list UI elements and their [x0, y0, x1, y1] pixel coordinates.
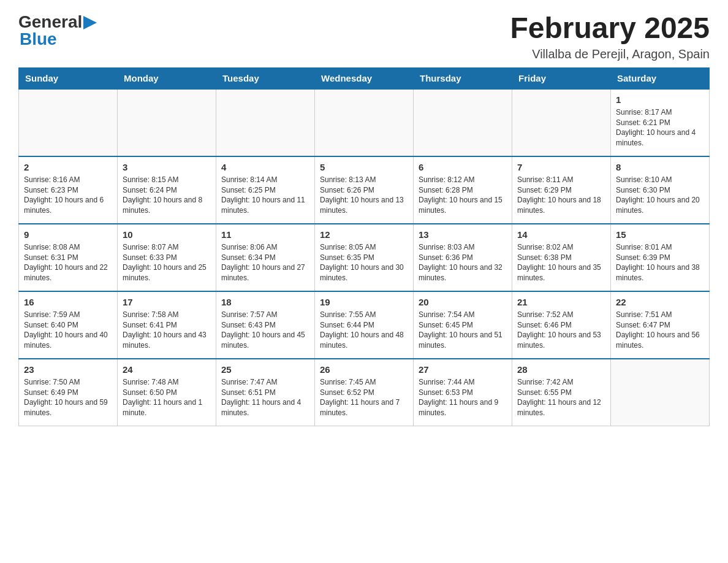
day-info: Sunrise: 7:48 AM [123, 377, 211, 388]
day-info: Daylight: 10 hours and 8 minutes. [123, 195, 211, 216]
day-number: 1 [616, 93, 704, 106]
calendar-cell [315, 89, 414, 156]
calendar-cell [216, 89, 315, 156]
day-info: Sunset: 6:55 PM [517, 388, 605, 398]
calendar-cell: 23Sunrise: 7:50 AMSunset: 6:49 PMDayligh… [19, 359, 118, 426]
day-info: Sunrise: 7:50 AM [24, 377, 112, 388]
calendar-cell: 25Sunrise: 7:47 AMSunset: 6:51 PMDayligh… [216, 359, 315, 426]
day-info: Sunrise: 8:16 AM [24, 175, 112, 185]
calendar-cell: 13Sunrise: 8:03 AMSunset: 6:36 PMDayligh… [414, 224, 512, 291]
day-info: Sunrise: 8:02 AM [517, 242, 605, 253]
day-info: Sunrise: 7:44 AM [419, 377, 507, 388]
day-info: Sunset: 6:47 PM [616, 320, 704, 331]
day-info: Sunrise: 8:01 AM [616, 242, 704, 253]
day-info: Sunrise: 8:06 AM [221, 242, 309, 253]
day-number: 27 [419, 363, 507, 376]
day-info: Sunset: 6:51 PM [221, 388, 309, 398]
day-info: Sunrise: 8:14 AM [221, 175, 309, 185]
day-info: Daylight: 10 hours and 32 minutes. [419, 262, 507, 283]
calendar-cell: 5Sunrise: 8:13 AMSunset: 6:26 PMDaylight… [315, 156, 414, 224]
day-number: 13 [419, 228, 507, 241]
day-number: 9 [24, 228, 112, 241]
day-info: Sunrise: 7:55 AM [320, 310, 408, 320]
day-info: Sunset: 6:30 PM [616, 185, 704, 196]
day-info: Daylight: 10 hours and 13 minutes. [320, 195, 408, 216]
location-text: Villalba de Perejil, Aragon, Spain [510, 47, 710, 61]
calendar-cell: 19Sunrise: 7:55 AMSunset: 6:44 PMDayligh… [315, 291, 414, 359]
calendar-cell: 9Sunrise: 8:08 AMSunset: 6:31 PMDaylight… [19, 224, 118, 291]
weekday-header-friday: Friday [512, 67, 611, 89]
day-number: 3 [123, 161, 211, 174]
day-number: 4 [221, 161, 309, 174]
weekday-header-saturday: Saturday [611, 67, 710, 89]
day-info: Daylight: 10 hours and 38 minutes. [616, 262, 704, 283]
calendar-cell: 3Sunrise: 8:15 AMSunset: 6:24 PMDaylight… [118, 156, 216, 224]
calendar-cell: 24Sunrise: 7:48 AMSunset: 6:50 PMDayligh… [118, 359, 216, 426]
day-number: 28 [517, 363, 605, 376]
day-number: 11 [221, 228, 309, 241]
calendar-cell: 22Sunrise: 7:51 AMSunset: 6:47 PMDayligh… [611, 291, 710, 359]
calendar-cell [19, 89, 118, 156]
day-info: Sunrise: 7:42 AM [517, 377, 605, 388]
day-number: 12 [320, 228, 408, 241]
calendar-cell: 10Sunrise: 8:07 AMSunset: 6:33 PMDayligh… [118, 224, 216, 291]
day-info: Daylight: 10 hours and 25 minutes. [123, 262, 211, 283]
calendar-cell [611, 359, 710, 426]
calendar-cell: 15Sunrise: 8:01 AMSunset: 6:39 PMDayligh… [611, 224, 710, 291]
day-info: Sunset: 6:26 PM [320, 185, 408, 196]
day-number: 18 [221, 296, 309, 308]
day-info: Sunrise: 8:03 AM [419, 242, 507, 253]
day-info: Daylight: 11 hours and 4 minutes. [221, 397, 309, 418]
logo: General Blue [18, 12, 97, 49]
logo-triangle-icon [83, 16, 97, 29]
day-info: Sunset: 6:29 PM [517, 185, 605, 196]
day-info: Sunrise: 8:11 AM [517, 175, 605, 185]
calendar-cell: 21Sunrise: 7:52 AMSunset: 6:46 PMDayligh… [512, 291, 611, 359]
day-info: Daylight: 10 hours and 15 minutes. [419, 195, 507, 216]
day-info: Sunset: 6:23 PM [24, 185, 112, 196]
day-info: Sunrise: 7:52 AM [517, 310, 605, 320]
day-info: Sunrise: 8:10 AM [616, 175, 704, 185]
day-info: Sunrise: 7:51 AM [616, 310, 704, 320]
weekday-header-row: SundayMondayTuesdayWednesdayThursdayFrid… [19, 67, 710, 89]
day-info: Sunrise: 8:05 AM [320, 242, 408, 253]
day-info: Daylight: 11 hours and 9 minutes. [419, 397, 507, 418]
day-number: 5 [320, 161, 408, 174]
day-info: Daylight: 10 hours and 4 minutes. [616, 128, 704, 148]
calendar-cell: 7Sunrise: 8:11 AMSunset: 6:29 PMDaylight… [512, 156, 611, 224]
day-info: Sunrise: 7:57 AM [221, 310, 309, 320]
week-row-4: 16Sunrise: 7:59 AMSunset: 6:40 PMDayligh… [19, 291, 710, 359]
day-info: Sunrise: 7:47 AM [221, 377, 309, 388]
day-number: 22 [616, 296, 704, 308]
calendar-cell: 26Sunrise: 7:45 AMSunset: 6:52 PMDayligh… [315, 359, 414, 426]
calendar-cell: 1Sunrise: 8:17 AMSunset: 6:21 PMDaylight… [611, 89, 710, 156]
day-info: Sunset: 6:36 PM [419, 253, 507, 263]
day-number: 24 [123, 363, 211, 376]
day-info: Sunset: 6:35 PM [320, 253, 408, 263]
day-number: 10 [123, 228, 211, 241]
day-info: Sunset: 6:33 PM [123, 253, 211, 263]
weekday-header-thursday: Thursday [414, 67, 512, 89]
month-title: February 2025 [510, 12, 710, 45]
day-info: Sunrise: 8:15 AM [123, 175, 211, 185]
calendar-cell: 20Sunrise: 7:54 AMSunset: 6:45 PMDayligh… [414, 291, 512, 359]
day-info: Daylight: 10 hours and 35 minutes. [517, 262, 605, 283]
day-info: Sunset: 6:53 PM [419, 388, 507, 398]
day-info: Sunset: 6:44 PM [320, 320, 408, 331]
calendar-cell: 4Sunrise: 8:14 AMSunset: 6:25 PMDaylight… [216, 156, 315, 224]
day-number: 7 [517, 161, 605, 174]
day-info: Sunset: 6:25 PM [221, 185, 309, 196]
day-info: Sunset: 6:39 PM [616, 253, 704, 263]
day-info: Daylight: 10 hours and 22 minutes. [24, 262, 112, 283]
day-info: Sunset: 6:45 PM [419, 320, 507, 331]
calendar-cell: 17Sunrise: 7:58 AMSunset: 6:41 PMDayligh… [118, 291, 216, 359]
calendar-cell [118, 89, 216, 156]
day-number: 16 [24, 296, 112, 308]
day-number: 6 [419, 161, 507, 174]
weekday-header-wednesday: Wednesday [315, 67, 414, 89]
day-info: Daylight: 10 hours and 6 minutes. [24, 195, 112, 216]
calendar-cell: 8Sunrise: 8:10 AMSunset: 6:30 PMDaylight… [611, 156, 710, 224]
calendar-cell [512, 89, 611, 156]
day-info: Sunrise: 7:58 AM [123, 310, 211, 320]
logo-blue-text: Blue [20, 29, 57, 49]
